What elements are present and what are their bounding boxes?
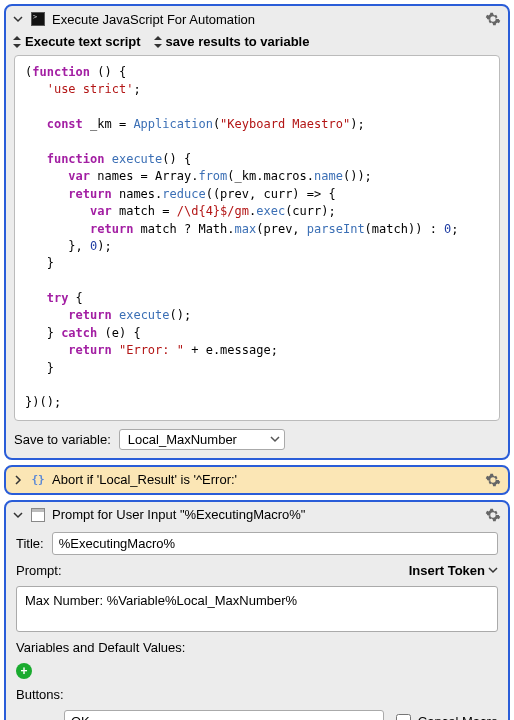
chevron-down-icon <box>488 565 498 575</box>
action-header: Execute JavaScript For Automation <box>6 6 508 32</box>
script-source-selector[interactable]: Execute text script <box>12 34 141 49</box>
variables-controls: + <box>16 663 498 679</box>
buttons-label: Buttons: <box>16 687 498 702</box>
prompt-body: Title: Prompt: Insert Token Max Number: … <box>6 528 508 720</box>
button-name-input[interactable] <box>64 710 384 720</box>
save-to-variable-input[interactable] <box>126 431 266 448</box>
gear-icon[interactable] <box>484 471 502 489</box>
gear-icon[interactable] <box>484 506 502 524</box>
insert-token-button[interactable]: Insert Token <box>409 563 498 578</box>
prompt-label: Prompt: <box>16 563 62 578</box>
action-abort: {} Abort if 'Local_Result' is '^Error:' <box>4 465 510 495</box>
script-source-label: Execute text script <box>25 34 141 49</box>
action-title: Abort if 'Local_Result' is '^Error:' <box>52 472 478 487</box>
action-execute-javascript: Execute JavaScript For Automation Execut… <box>4 4 510 460</box>
terminal-icon <box>30 11 46 27</box>
cancel-macro-label: Cancel Macro <box>418 714 498 720</box>
disclosure-toggle[interactable] <box>12 509 24 521</box>
title-input[interactable] <box>52 532 498 555</box>
add-variable-button[interactable]: + <box>16 663 32 679</box>
cancel-macro-checkbox[interactable] <box>396 714 411 720</box>
variables-label: Variables and Default Values: <box>16 640 498 655</box>
action-subheader: Execute text script save results to vari… <box>6 32 508 55</box>
result-destination-label: save results to variable <box>166 34 310 49</box>
prompt-row: Prompt: Insert Token <box>16 563 498 578</box>
gear-icon[interactable] <box>484 10 502 28</box>
title-label: Title: <box>16 536 44 551</box>
result-destination-selector[interactable]: save results to variable <box>153 34 310 49</box>
action-title: Prompt for User Input "%ExecutingMacro%" <box>52 507 478 522</box>
disclosure-toggle[interactable] <box>12 13 24 25</box>
save-to-variable-label: Save to variable: <box>14 432 111 447</box>
script-editor[interactable]: (function () { 'use strict'; const _km =… <box>14 55 500 421</box>
action-header: {} Abort if 'Local_Result' is '^Error:' <box>6 467 508 493</box>
action-header: Prompt for User Input "%ExecutingMacro%" <box>6 502 508 528</box>
save-to-variable-combo[interactable] <box>119 429 285 450</box>
action-title: Execute JavaScript For Automation <box>52 12 478 27</box>
cancel-macro-toggle[interactable]: Cancel Macro <box>392 711 498 720</box>
chevron-down-icon <box>270 434 280 444</box>
window-icon <box>30 507 46 523</box>
action-prompt-user-input: Prompt for User Input "%ExecutingMacro%"… <box>4 500 510 720</box>
braces-icon: {} <box>30 472 46 488</box>
save-to-variable-row: Save to variable: <box>6 429 508 458</box>
disclosure-toggle[interactable] <box>12 474 24 486</box>
title-row: Title: <box>16 532 498 555</box>
prompt-textarea[interactable]: Max Number: %Variable%Local_MaxNumber% <box>16 586 498 632</box>
insert-token-label: Insert Token <box>409 563 485 578</box>
button-row-1: Cancel Macro <box>16 710 498 720</box>
